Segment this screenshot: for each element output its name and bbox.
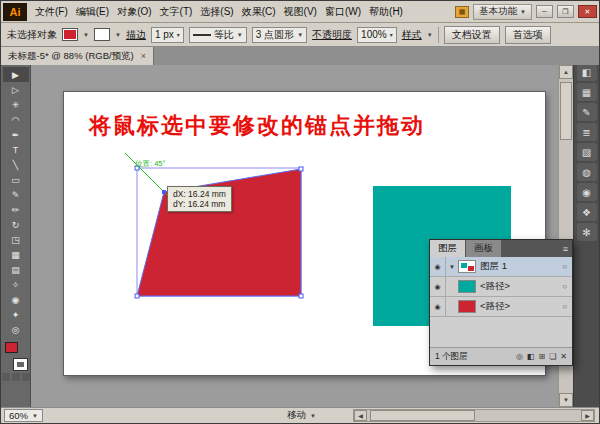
preferences-button[interactable]: 首选项: [505, 26, 551, 44]
menu-effect[interactable]: 效果(C): [238, 1, 280, 22]
appearance-panel-icon[interactable]: ◉: [577, 183, 597, 201]
anchor-point[interactable]: [299, 167, 303, 171]
color-mode-button[interactable]: [2, 373, 10, 381]
opacity-link[interactable]: 不透明度: [312, 28, 352, 42]
menu-edit[interactable]: 编辑(E): [72, 1, 113, 22]
make-clip-mask-icon[interactable]: ◧: [527, 352, 535, 361]
dragged-anchor-point[interactable]: [162, 190, 166, 194]
expand-triangle-icon[interactable]: ▼: [446, 264, 458, 270]
symbols-panel-icon[interactable]: ✻: [577, 223, 597, 241]
path-row[interactable]: ◉ <路径> ○: [430, 297, 572, 317]
scroll-down-icon[interactable]: ▼: [559, 393, 573, 407]
layer-name[interactable]: 图层 1: [480, 260, 507, 273]
graphic-styles-panel-icon[interactable]: ❖: [577, 203, 597, 221]
menu-file[interactable]: 文件(F): [31, 1, 72, 22]
path-thumbnail: [458, 280, 476, 293]
scroll-up-icon[interactable]: ▲: [559, 65, 573, 79]
menu-bar: Ai 文件(F) 编辑(E) 对象(O) 文字(T) 选择(S) 效果(C) 视…: [1, 1, 599, 23]
brushes-panel-icon[interactable]: ✎: [577, 103, 597, 121]
opacity-select[interactable]: 100% ▾: [357, 27, 397, 43]
document-setup-button[interactable]: 文档设置: [444, 26, 500, 44]
menu-view[interactable]: 视图(V): [280, 1, 321, 22]
zoom-tool[interactable]: ◎: [3, 322, 29, 337]
paintbrush-tool[interactable]: ✎: [3, 187, 29, 202]
hand-tool[interactable]: ✦: [3, 307, 29, 322]
layer-row[interactable]: ◉ ▼ 图层 1 ○: [430, 257, 572, 277]
scroll-right-icon[interactable]: ▶: [581, 410, 594, 421]
gradient-panel-icon[interactable]: ▨: [577, 143, 597, 161]
color-panel-icon[interactable]: ◧: [577, 63, 597, 81]
transparency-panel-icon[interactable]: ◍: [577, 163, 597, 181]
horizontal-scroll-thumb[interactable]: [370, 410, 475, 421]
new-sublayer-icon[interactable]: ⊞: [538, 352, 545, 361]
anchor-point[interactable]: [135, 294, 139, 298]
path-name[interactable]: <路径>: [480, 280, 510, 293]
stroke-weight-select[interactable]: 1 px ▾: [151, 27, 184, 43]
menu-type[interactable]: 文字(T): [156, 1, 197, 22]
fill-color-swatch[interactable]: [62, 28, 78, 41]
pencil-tool[interactable]: ✏: [3, 202, 29, 217]
stroke-dropdown-icon[interactable]: ▼: [115, 32, 121, 38]
menu-help[interactable]: 帮助(H): [365, 1, 407, 22]
locate-object-icon[interactable]: ◎: [516, 352, 523, 361]
restore-button[interactable]: ❐: [557, 5, 574, 18]
anchor-point[interactable]: [299, 294, 303, 298]
lasso-tool[interactable]: ◠: [3, 112, 29, 127]
zoom-select[interactable]: 60% ▼: [4, 409, 43, 422]
path-thumbnail: [458, 300, 476, 313]
gradient-tool[interactable]: ▤: [3, 262, 29, 277]
document-tab[interactable]: 未标题-5* @ 88% (RGB/预览) ×: [1, 47, 154, 65]
visibility-eye-icon[interactable]: ◉: [430, 277, 446, 297]
target-circle-icon[interactable]: ○: [562, 262, 567, 271]
rotate-tool[interactable]: ↻: [3, 217, 29, 232]
horizontal-scrollbar[interactable]: ◀ ▶: [353, 409, 595, 422]
stroke-swatch[interactable]: [14, 359, 27, 370]
current-tool-status[interactable]: 移动 ▼: [287, 409, 316, 422]
menu-select[interactable]: 选择(S): [196, 1, 237, 22]
gradient-mode-button[interactable]: [12, 373, 20, 381]
panel-menu-icon[interactable]: ≡: [563, 244, 568, 254]
stroke-color-swatch[interactable]: [94, 28, 110, 41]
swatches-panel-icon[interactable]: ▦: [577, 83, 597, 101]
fill-swatch[interactable]: [5, 342, 18, 353]
line-segment-tool[interactable]: ╲: [3, 157, 29, 172]
visibility-eye-icon[interactable]: ◉: [430, 297, 446, 317]
visibility-eye-icon[interactable]: ◉: [430, 257, 446, 277]
stroke-panel-icon[interactable]: ≣: [577, 123, 597, 141]
selection-tool[interactable]: ▶: [3, 67, 29, 82]
style-link[interactable]: 样式: [402, 28, 422, 42]
delete-layer-icon[interactable]: ✕: [560, 352, 567, 361]
path-row[interactable]: ◉ <路径> ○: [430, 277, 572, 297]
stroke-panel-link[interactable]: 描边: [126, 28, 146, 42]
path-name[interactable]: <路径>: [480, 300, 510, 313]
scroll-left-icon[interactable]: ◀: [354, 410, 367, 421]
brush-definition-select[interactable]: 3 点圆形 ▼: [252, 27, 307, 43]
scale-tool[interactable]: ◳: [3, 232, 29, 247]
magic-wand-tool[interactable]: ✳: [3, 97, 29, 112]
target-circle-icon[interactable]: ○: [562, 282, 567, 291]
mesh-tool[interactable]: ▦: [3, 247, 29, 262]
close-button[interactable]: ✕: [578, 5, 597, 18]
chevron-down-icon: ▼: [520, 9, 526, 15]
menu-object[interactable]: 对象(O): [113, 1, 155, 22]
none-mode-button[interactable]: [22, 373, 30, 381]
close-tab-icon[interactable]: ×: [141, 51, 146, 61]
minimize-button[interactable]: ─: [536, 5, 553, 18]
fill-dropdown-icon[interactable]: ▼: [83, 32, 89, 38]
direct-selection-tool[interactable]: ▷: [3, 82, 29, 97]
pen-tool[interactable]: ✒: [3, 127, 29, 142]
rectangle-tool[interactable]: ▭: [3, 172, 29, 187]
arrange-documents-icon[interactable]: ▦: [455, 6, 469, 18]
workspace-switcher[interactable]: 基本功能 ▼: [473, 4, 532, 20]
target-circle-icon[interactable]: ○: [562, 302, 567, 311]
blend-tool[interactable]: ◉: [3, 292, 29, 307]
vertical-scroll-thumb[interactable]: [560, 82, 572, 140]
menu-window[interactable]: 窗口(W): [321, 1, 365, 22]
tab-artboards[interactable]: 画板: [466, 240, 501, 257]
eyedropper-tool[interactable]: ✧: [3, 277, 29, 292]
style-dropdown-icon[interactable]: ▼: [427, 32, 433, 38]
new-layer-icon[interactable]: ❏: [549, 352, 556, 361]
width-profile-select[interactable]: 等比 ▼: [189, 27, 247, 43]
tab-layers[interactable]: 图层: [430, 240, 465, 257]
type-tool[interactable]: T: [3, 142, 29, 157]
